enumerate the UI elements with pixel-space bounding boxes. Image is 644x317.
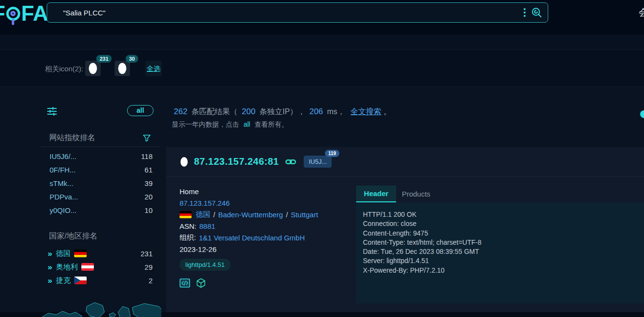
- results-summary: 262 条匹配结果（ 200 条独立IP）， 206 ms， 全文搜索 。: [172, 107, 391, 117]
- fofa-logo[interactable]: F FA: [0, 0, 48, 26]
- fingerprint-badge-label: IU5J...: [309, 158, 327, 165]
- results-main: 262 条匹配结果（ 200 条独立IP）， 206 ms， 全文搜索 。 显示…: [166, 87, 644, 317]
- fingerprint-count: 61: [144, 166, 153, 174]
- tab-products[interactable]: Products: [396, 185, 436, 202]
- asn-label: ASN:: [180, 222, 196, 230]
- http-header-line: Server: lighttpd/1.4.51: [363, 256, 644, 265]
- result-card: 87.123.157.246:81 IU5J... 119 Home 87.12…: [166, 147, 644, 312]
- search-input[interactable]: [47, 3, 548, 22]
- country-row: » 捷克 2: [41, 274, 159, 287]
- fingerprint-count: 39: [144, 179, 153, 187]
- http-header-line: Content-Length: 9475: [363, 229, 644, 238]
- last-update-date: 2023-12-26: [180, 245, 217, 253]
- austria-flag-icon: [81, 263, 94, 271]
- country-ranking-title: 国家/地区排名: [49, 231, 97, 241]
- fingerprint-row: IU5J6/... 118: [41, 149, 159, 163]
- fingerprint-link[interactable]: 0F/FH...: [50, 166, 144, 174]
- favicon-count-badge: 231: [96, 55, 112, 63]
- unique-ip-count: 200: [242, 107, 255, 116]
- expand-chevrons-icon[interactable]: »: [48, 250, 52, 258]
- all-time-button[interactable]: all: [127, 105, 154, 116]
- external-link-icon[interactable]: [285, 158, 296, 165]
- fingerprint-count: 20: [144, 193, 153, 201]
- http-header-line: Content-Type: text/html; charset=UTF-8: [363, 238, 644, 247]
- czech-flag-icon: [74, 277, 87, 284]
- http-header-panel: HTTP/1.1 200 OK Connection: close Conten…: [356, 202, 644, 304]
- result-card-header: 87.123.157.246:81 IU5J... 119: [166, 147, 644, 177]
- germany-flag-icon: [180, 211, 192, 218]
- geo-region-link[interactable]: Baden-Wurttemberg: [218, 211, 283, 219]
- expand-chevrons-icon[interactable]: »: [48, 277, 52, 285]
- related-icons-label: 相关icon(2):: [45, 65, 83, 74]
- logo-magnifier-icon: [6, 7, 20, 21]
- org-label: 组织:: [180, 233, 196, 242]
- hint-text: 显示一年内数据，点击: [172, 120, 239, 128]
- favicon-icon: [118, 63, 127, 74]
- fingerprint-link[interactable]: IU5J6/...: [50, 152, 141, 160]
- http-header-line: HTTP/1.1 200 OK: [363, 210, 644, 219]
- favicon-count-badge: 30: [126, 55, 138, 63]
- fingerprint-link[interactable]: y0QIO...: [50, 206, 144, 214]
- filter-sliders-icon[interactable]: [47, 107, 57, 116]
- fulltext-search-link[interactable]: 全文搜索: [350, 107, 381, 116]
- summary-text: 条匹配结果（: [192, 107, 238, 116]
- fingerprint-badge-count: 119: [325, 150, 339, 157]
- summary-text: ms，: [327, 107, 345, 116]
- fingerprint-list: IU5J6/... 118 0F/FH... 61 sTMk... 39 PDP…: [41, 149, 159, 217]
- stats-sidebar: all 网站指纹排名 IU5J6/... 118 0F/FH... 61 sTM…: [41, 87, 159, 317]
- fingerprint-badge[interactable]: IU5J... 119: [304, 156, 332, 168]
- fingerprint-ranking-title: 网站指纹排名: [49, 133, 95, 143]
- search-options-menu-icon[interactable]: [523, 7, 527, 18]
- favicon-icon: [89, 63, 97, 74]
- favicon-filter-tile-2[interactable]: [115, 61, 130, 76]
- host-info: Home 87.123.157.246 德国 / Baden-Wurttembe…: [180, 185, 348, 255]
- summary-text: 。: [384, 107, 391, 116]
- fingerprint-link[interactable]: PDPva...: [50, 193, 144, 201]
- select-all-button[interactable]: 全选: [145, 61, 162, 76]
- summary-text: 条独立IP），: [259, 107, 305, 116]
- geo-separator: /: [286, 211, 288, 219]
- total-results-count: 262: [174, 107, 187, 116]
- sub-header-band: [0, 35, 644, 50]
- host-ip-link[interactable]: 87.123.157.246: [180, 199, 230, 207]
- country-link[interactable]: 奥地利: [56, 263, 77, 272]
- funnel-filter-icon[interactable]: [143, 134, 151, 142]
- http-header-line: Date: Tue, 26 Dec 2023 08:39:55 GMT: [363, 247, 644, 256]
- fingerprint-row: PDPva... 20: [41, 190, 159, 203]
- ip-port-link[interactable]: 87.123.157.246:81: [194, 156, 279, 167]
- view-source-icon[interactable]: [180, 278, 190, 288]
- geo-separator: /: [213, 211, 215, 219]
- site-title: Home: [180, 187, 199, 196]
- country-row: » 德国 231: [41, 247, 159, 260]
- fingerprint-count: 118: [141, 152, 153, 160]
- site-favicon-icon: [180, 157, 188, 167]
- asn-link[interactable]: 8881: [199, 222, 215, 230]
- country-link[interactable]: 德国: [56, 249, 70, 258]
- card-action-icons: [180, 278, 206, 288]
- fingerprint-count: 10: [144, 206, 153, 214]
- org-link[interactable]: 1&1 Versatel Deutschland GmbH: [199, 234, 305, 242]
- country-count: 29: [144, 263, 153, 271]
- logo-letters-fa: FA: [21, 1, 48, 26]
- tab-header[interactable]: Header: [356, 185, 396, 202]
- fingerprint-link[interactable]: sTMk...: [50, 179, 144, 187]
- nav-partial-link[interactable]: 会: [639, 6, 644, 19]
- country-link[interactable]: 捷克: [56, 276, 70, 285]
- fingerprint-row: sTMk... 39: [41, 176, 159, 190]
- search-submit-icon[interactable]: [531, 7, 542, 18]
- germany-flag-icon: [74, 250, 87, 257]
- geo-city-link[interactable]: Stuttgart: [291, 211, 318, 219]
- http-header-line: Connection: close: [363, 219, 644, 228]
- country-count: 2: [149, 277, 153, 285]
- country-row: » 奥地利 29: [41, 260, 159, 274]
- server-tag[interactable]: lighttpd/1.4.51: [180, 259, 231, 271]
- country-list: » 德国 231 » 奥地利 29 » 捷克 2: [41, 247, 159, 287]
- expand-chevrons-icon[interactable]: »: [48, 263, 52, 271]
- favicon-filter-tile-1[interactable]: [85, 61, 101, 76]
- world-map[interactable]: [41, 293, 161, 317]
- geo-country-link[interactable]: 德国: [196, 210, 210, 219]
- products-cube-icon[interactable]: [196, 278, 206, 288]
- hint-text: 查看所有。: [255, 120, 288, 128]
- fingerprint-row: 0F/FH... 61: [41, 163, 159, 176]
- logo-letter-f: F: [0, 1, 5, 26]
